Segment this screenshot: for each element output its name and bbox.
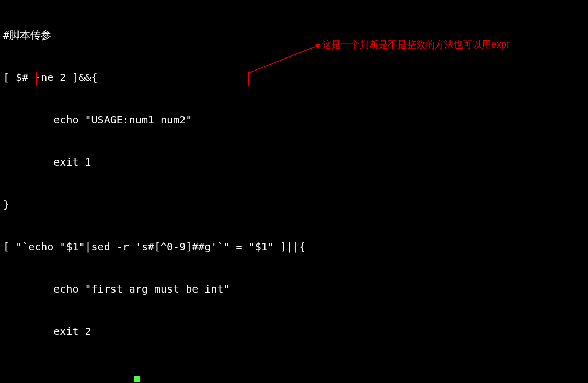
code-line — [3, 367, 585, 381]
code-line: #脚本传参 — [3, 28, 585, 42]
code-line: exit 2 — [3, 324, 585, 339]
code-line: } — [3, 198, 585, 212]
code-line: echo "first arg must be int" — [3, 282, 585, 296]
terminal-cursor — [134, 376, 140, 382]
code-line: echo "USAGE:num1 num2" — [3, 113, 585, 127]
code-line: [ "`echo "$1"|sed -r 's#[^0-9]##g'`" = "… — [3, 240, 585, 254]
terminal-output[interactable]: #脚本传参 [ $# -ne 2 ]&&{ echo "USAGE:num1 n… — [0, 0, 588, 383]
code-line: exit 1 — [3, 155, 585, 169]
code-line: [ $# -ne 2 ]&&{ — [3, 71, 585, 85]
